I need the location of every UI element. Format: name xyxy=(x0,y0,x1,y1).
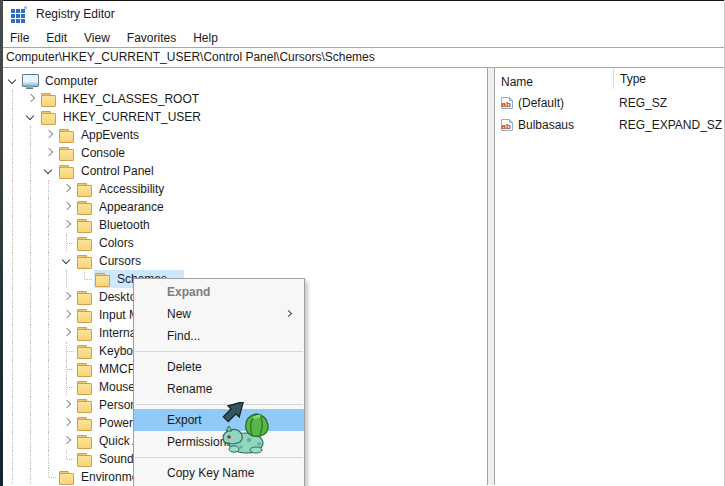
svg-text:ab: ab xyxy=(502,100,511,109)
tree-guide-line xyxy=(40,360,58,378)
value-row[interactable]: ab (Default) REG_SZ xyxy=(495,92,725,114)
tree-row[interactable]: HKEY_CURRENT_USER xyxy=(0,108,487,126)
folder-icon xyxy=(76,235,92,251)
tree-guide-line xyxy=(22,252,40,270)
tree-expander-chevron-icon[interactable] xyxy=(58,198,76,216)
tree-row[interactable]: Control Panel xyxy=(0,162,487,180)
column-header-name[interactable]: Name xyxy=(495,75,613,89)
menubar-item-label: View xyxy=(84,31,110,45)
tree-guides xyxy=(4,288,58,306)
menubar-item[interactable]: File xyxy=(8,30,31,46)
tree-guide-line xyxy=(4,432,22,450)
tree-guide-line xyxy=(22,324,40,342)
value-name-cell: ab Bulbasaus xyxy=(495,118,613,132)
value-type: REG_SZ xyxy=(613,96,667,110)
menubar-item[interactable]: Help xyxy=(191,30,220,46)
tree-guide-line xyxy=(4,198,22,216)
context-menu-item[interactable]: Find... xyxy=(134,325,304,347)
tree-guide-line xyxy=(4,180,22,198)
tree-expander-chevron-icon[interactable] xyxy=(58,414,76,432)
tree-row[interactable]: Cursors xyxy=(0,252,487,270)
folder-icon xyxy=(58,127,74,143)
context-menu-item-label: Rename xyxy=(167,382,212,396)
tree-guide-line xyxy=(4,108,22,126)
context-menu-item-label: Find... xyxy=(167,329,200,343)
folder-icon xyxy=(94,271,110,287)
tree-expander-chevron-icon[interactable] xyxy=(58,252,76,270)
tree-row[interactable]: HKEY_CLASSES_ROOT xyxy=(0,90,487,108)
value-row[interactable]: ab Bulbasaus REG_EXPAND_SZ xyxy=(495,114,725,136)
tree-guides xyxy=(4,180,58,198)
tree-expander-chevron-icon[interactable] xyxy=(58,288,76,306)
tree-guide-line xyxy=(22,126,40,144)
tree-expander-chevron-icon[interactable] xyxy=(40,144,58,162)
tree-item-label: Accessibility xyxy=(96,182,167,196)
folder-icon xyxy=(76,199,92,215)
tree-expander-chevron-icon[interactable] xyxy=(58,396,76,414)
value-rows: ab (Default) REG_SZ ab Bulbasaus xyxy=(495,92,725,136)
context-menu-item[interactable]: Delete xyxy=(134,356,304,378)
tree-item-label: Control Panel xyxy=(78,164,157,178)
tree-row[interactable]: Appearance xyxy=(0,198,487,216)
value-type: REG_EXPAND_SZ xyxy=(613,118,722,132)
context-menu: Expand New Find... Delete Rename Export … xyxy=(133,278,305,486)
tree-guide-line xyxy=(4,468,22,485)
tree-expander-chevron-icon[interactable] xyxy=(22,90,40,108)
svg-text:ab: ab xyxy=(502,122,511,131)
context-menu-item[interactable]: Rename xyxy=(134,378,304,400)
menubar-item[interactable]: Favorites xyxy=(125,30,178,46)
tree-guides xyxy=(4,216,58,234)
tree-guide-line xyxy=(40,450,58,468)
tree-expander-chevron-icon[interactable] xyxy=(58,324,76,342)
string-value-icon: ab xyxy=(500,118,514,132)
context-menu-item[interactable]: Copy Key Name xyxy=(134,462,304,484)
pane-splitter[interactable] xyxy=(487,68,495,485)
tree-expander-chevron-icon[interactable] xyxy=(58,432,76,450)
tree-guide-line xyxy=(40,342,58,360)
tree-guides xyxy=(4,468,40,485)
tree-expander-chevron-icon[interactable] xyxy=(58,180,76,198)
tree-expander-chevron-icon[interactable] xyxy=(58,216,76,234)
tree-expander-chevron-icon[interactable] xyxy=(40,162,58,180)
tree-row[interactable]: AppEvents xyxy=(0,126,487,144)
string-value-icon: ab xyxy=(500,96,514,110)
column-header-type[interactable]: Type xyxy=(613,68,725,89)
bulbasaur-cursor-pointer xyxy=(216,402,278,454)
menubar-item[interactable]: Edit xyxy=(44,30,69,46)
address-bar-input[interactable]: Computer\HKEY_CURRENT_USER\Control Panel… xyxy=(0,47,725,68)
context-menu-item[interactable]: New xyxy=(134,303,304,325)
tree-guide-line xyxy=(22,396,40,414)
folder-icon xyxy=(58,163,74,179)
tree-row[interactable]: Console xyxy=(0,144,487,162)
tree-item-band: HKEY_CURRENT_USER xyxy=(40,108,206,126)
tree-expander-chevron-icon[interactable] xyxy=(40,126,58,144)
folder-icon xyxy=(76,343,92,359)
tree-guides xyxy=(4,270,76,288)
menu-bar: File Edit View Favorites Help xyxy=(0,28,725,47)
tree-guide-line xyxy=(22,162,40,180)
folder-icon xyxy=(76,217,92,233)
title-bar: Registry Editor xyxy=(0,0,725,28)
tree-expander-chevron-icon[interactable] xyxy=(4,72,22,90)
tree-item-label: Appearance xyxy=(96,200,167,214)
tree-row[interactable]: Computer xyxy=(0,72,487,90)
tree-guides xyxy=(4,126,40,144)
tree-expander-chevron-icon[interactable] xyxy=(58,306,76,324)
tree-guide-line xyxy=(40,432,58,450)
tree-guides xyxy=(4,198,58,216)
tree-guide-line xyxy=(4,270,22,288)
tree-guide-line xyxy=(4,378,22,396)
tree-expander-chevron-icon[interactable] xyxy=(22,108,40,126)
tree-guide-line xyxy=(4,396,22,414)
context-menu-item-label: Delete xyxy=(167,360,202,374)
menubar-item[interactable]: View xyxy=(82,30,112,46)
tree-row[interactable]: Colors xyxy=(0,234,487,252)
menubar-item-label: Favorites xyxy=(127,31,176,45)
tree-guide-line xyxy=(4,324,22,342)
tree-guides xyxy=(4,252,58,270)
tree-row[interactable]: Bluetooth xyxy=(0,216,487,234)
folder-icon xyxy=(40,109,56,125)
folder-icon xyxy=(58,469,74,485)
tree-guide-line xyxy=(22,288,40,306)
tree-row[interactable]: Accessibility xyxy=(0,180,487,198)
